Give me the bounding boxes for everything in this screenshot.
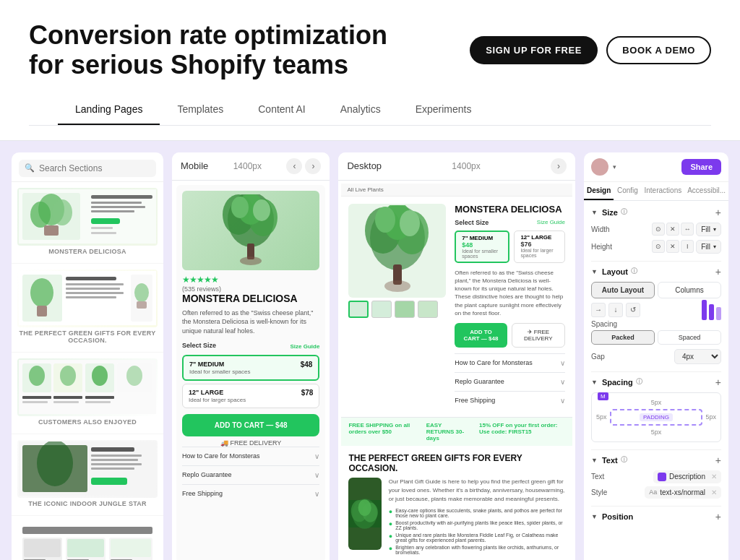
list-item[interactable]: CUSTOMERS ALSO ENJOYED [12, 353, 163, 434]
height-value-select[interactable]: Fill ▾ [696, 240, 721, 254]
list-item[interactable]: MONSTERA DELICIOSA [12, 182, 163, 264]
header-title: Conversion rate optimization for serious… [29, 20, 387, 80]
direction-arrow-reverse[interactable]: ↺ [626, 303, 640, 317]
preview-arrow-right[interactable]: › [305, 158, 321, 174]
size-option-medium[interactable]: 7" MEDIUM $48 Ideal for smaller spaces [182, 355, 319, 381]
width-icon-2[interactable]: ✕ [666, 223, 679, 236]
position-add-button[interactable]: + [715, 511, 721, 522]
size-select-row: Select Size Size Guide [455, 219, 565, 226]
nav-item-landing-pages[interactable]: Landing Pages [58, 95, 160, 125]
desktop-free-delivery[interactable]: ✈ FREE DELIVERY [512, 323, 565, 348]
desktop-accordion-care[interactable]: How to Care for Monsteras ∨ [455, 353, 565, 372]
desktop-thumb-2[interactable] [371, 301, 392, 318]
nav-item-content-ai[interactable]: Content AI [241, 95, 322, 125]
text-add-button[interactable]: + [715, 455, 721, 466]
desktop-thumb-4[interactable] [418, 301, 438, 318]
section-label: THE ICONIC INDOOR JUNGLE STAR [17, 498, 158, 509]
section-thumbnail [17, 522, 158, 560]
accordion-guarantee[interactable]: Replo Guarantee ∨ [182, 465, 319, 484]
tab-design[interactable]: Design [584, 182, 614, 200]
desktop-product-images [348, 204, 446, 410]
signup-button[interactable]: SIGN UP FOR FREE [470, 36, 598, 64]
direction-arrow-down[interactable]: ↓ [608, 303, 623, 317]
svg-rect-24 [137, 301, 147, 309]
main-nav: Landing Pages Templates Content AI Analy… [29, 95, 711, 126]
width-value-text: Fill [701, 225, 710, 233]
nav-item-templates[interactable]: Templates [160, 95, 241, 125]
size-guide-link-desktop[interactable]: Size Guide [537, 219, 565, 225]
svg-point-89 [358, 499, 371, 516]
nav-item-analytics[interactable]: Analytics [323, 95, 398, 125]
svg-rect-35 [22, 401, 48, 403]
divider-2 [591, 371, 721, 372]
style-remove-icon[interactable]: ✕ [711, 488, 717, 496]
preview-arrow-right-desktop[interactable]: › [551, 158, 567, 174]
bullet-item-1: ● Easy-care options like succulents, sna… [389, 508, 565, 518]
size-option-large[interactable]: 12" LARGE $78 Ideal for larger spaces [182, 384, 319, 408]
chevron-down-icon: ∨ [560, 359, 565, 367]
columns-button[interactable]: Columns [658, 282, 721, 298]
left-panel-header: 🔍 [12, 152, 163, 182]
accordion-shipping[interactable]: Free Shipping ∨ [182, 484, 319, 503]
preview-header-desktop: Desktop 1400px › [338, 152, 575, 181]
desktop-second-plant [348, 478, 381, 550]
svg-rect-34 [22, 396, 51, 399]
font-icon: Aa [649, 488, 657, 496]
desktop-size-medium[interactable]: 7" MEDIUM $48 Ideal for smaller spaces [455, 231, 509, 263]
padding-label-badge: PADDING [640, 413, 673, 421]
section-preview-svg [17, 523, 158, 560]
preview-arrow-left[interactable]: ‹ [286, 158, 302, 174]
svg-rect-37 [53, 401, 79, 403]
search-input[interactable] [39, 163, 150, 173]
desktop-size-large[interactable]: 12" LARGE $76 Ideal for larger spaces [514, 231, 565, 263]
svg-rect-9 [91, 210, 134, 212]
text-value-select[interactable]: Description ✕ [653, 470, 721, 483]
tab-accessibility[interactable]: Accessibil... [684, 182, 728, 200]
search-bar[interactable]: 🔍 [19, 160, 156, 177]
width-icon-3[interactable]: ↔ [681, 223, 694, 236]
height-label: Height [591, 243, 612, 251]
width-icon-1[interactable]: ⊙ [652, 223, 665, 236]
demo-button[interactable]: BOOK A DEMO [606, 36, 711, 64]
height-icon-3[interactable]: I [681, 240, 694, 253]
packed-button[interactable]: Packed [591, 330, 655, 345]
tab-interactions[interactable]: Interactions [642, 182, 685, 200]
desktop-add-to-cart[interactable]: ADD TO CART — $48 [455, 323, 507, 348]
bullet-item-3: ● Unique and rare plants like Monstera F… [389, 533, 565, 543]
width-value-select[interactable]: Fill ▾ [696, 223, 721, 236]
nav-item-experiments[interactable]: Experiments [398, 95, 489, 125]
gap-select[interactable]: 4px [674, 349, 721, 364]
spacing-add-button[interactable]: + [715, 376, 721, 388]
svg-point-73 [253, 199, 270, 221]
desktop-thumb-3[interactable] [395, 301, 415, 318]
auto-layout-button[interactable]: Auto Layout [591, 282, 655, 298]
size-guide-link[interactable]: Size Guide [291, 343, 320, 350]
text-section: ▼ Text ⓘ + Text Description ✕ Style [591, 455, 721, 499]
text-remove-icon[interactable]: ✕ [711, 473, 717, 481]
direction-arrow-right[interactable]: → [591, 303, 606, 317]
height-icon-2[interactable]: ✕ [666, 240, 679, 253]
tab-config[interactable]: Config [614, 182, 641, 200]
add-to-cart-button-mobile[interactable]: ADD TO CART — $48 [182, 414, 319, 436]
height-icon-1[interactable]: ⊙ [652, 240, 665, 253]
svg-rect-44 [91, 447, 134, 452]
layout-add-button[interactable]: + [715, 266, 721, 277]
desktop-thumb-1[interactable] [348, 301, 369, 318]
list-item[interactable]: THE ICONIC INDOOR JUNGLE STAR [12, 434, 163, 516]
desktop-product-desc: Often referred to as the "Swiss cheese p… [455, 269, 565, 317]
list-item[interactable]: What Clients Are Saying [12, 516, 163, 560]
style-value-select[interactable]: Aa text-xs/normal ✕ [645, 486, 721, 499]
share-button[interactable]: Share [681, 159, 721, 175]
accordion-care[interactable]: How to Care for Monsteras ∨ [182, 447, 319, 465]
svg-rect-20 [66, 292, 124, 294]
spacing-top-value: 5px [596, 399, 716, 406]
info-icon: ⓘ [631, 267, 637, 276]
spaced-button[interactable]: Spaced [658, 330, 721, 345]
desktop-accordion-guarantee[interactable]: Replo Guarantee ∨ [455, 372, 565, 391]
dropdown-arrow-icon[interactable]: ▾ [613, 163, 616, 171]
rating-stars: ★★★★★ [182, 275, 319, 285]
list-item[interactable]: THE PERFECT GREEN GIFTS FOR EVERY OCCASI… [12, 264, 163, 353]
mobile-product-page: ★★★★★ (535 reviews) MONSTERA DELICIOSA O… [176, 185, 325, 560]
size-add-button[interactable]: + [715, 207, 721, 218]
desktop-accordion-shipping[interactable]: Free Shipping ∨ [455, 391, 565, 410]
